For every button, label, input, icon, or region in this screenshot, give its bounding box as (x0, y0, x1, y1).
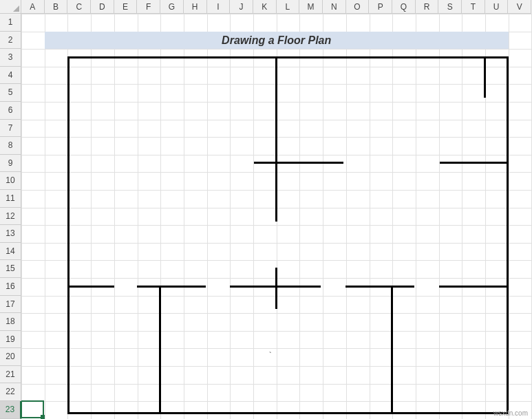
column-header-P[interactable]: P (369, 0, 392, 14)
wall (67, 412, 509, 414)
column-header-N[interactable]: N (323, 0, 346, 14)
column-header-F[interactable]: F (137, 0, 160, 14)
row-header-14[interactable]: 14 (0, 243, 21, 261)
column-header-Q[interactable]: Q (392, 0, 416, 14)
watermark-text: wsxdn.com (493, 409, 528, 417)
row-header-3[interactable]: 3 (0, 49, 21, 67)
wall (67, 286, 114, 288)
wall (439, 286, 509, 288)
column-header-J[interactable]: J (230, 0, 253, 14)
column-header-V[interactable]: V (508, 0, 531, 14)
row-header-11[interactable]: 11 (0, 190, 21, 208)
row-header-9[interactable]: 9 (0, 155, 21, 173)
column-header-E[interactable]: E (114, 0, 138, 14)
row-header-5[interactable]: 5 (0, 84, 21, 102)
column-header-G[interactable]: G (160, 0, 184, 14)
row-header-12[interactable]: 12 (0, 208, 21, 226)
column-header-M[interactable]: M (299, 0, 323, 14)
wall (275, 56, 277, 222)
row-header-19[interactable]: 19 (0, 331, 21, 349)
row-header-10[interactable]: 10 (0, 172, 21, 190)
column-header-D[interactable]: D (91, 0, 114, 14)
stray-char: ` (269, 351, 272, 359)
row-header-6[interactable]: 6 (0, 102, 21, 120)
wall (391, 286, 393, 413)
wall (507, 56, 509, 414)
column-header-A[interactable]: A (21, 0, 45, 14)
watermark: wsxdn.com (493, 409, 528, 417)
column-header-B[interactable]: B (45, 0, 68, 14)
row-header-2[interactable]: 2 (0, 32, 21, 50)
column-header-S[interactable]: S (438, 0, 462, 14)
row-header-20[interactable]: 20 (0, 348, 21, 366)
wall (484, 56, 486, 98)
column-header-R[interactable]: R (416, 0, 439, 14)
wall (345, 286, 414, 288)
row-header-8[interactable]: 8 (0, 137, 21, 155)
column-header-C[interactable]: C (67, 0, 91, 14)
title-text: Drawing a Floor Plan (222, 34, 331, 46)
column-header-L[interactable]: L (277, 0, 300, 14)
stray-cell-text: ` (269, 351, 272, 359)
row-header-17[interactable]: 17 (0, 296, 21, 314)
row-header-1[interactable]: 1 (0, 14, 21, 32)
wall (159, 286, 161, 413)
column-header-I[interactable]: I (207, 0, 231, 14)
wall (275, 268, 277, 309)
column-header-K[interactable]: K (253, 0, 277, 14)
row-header-7[interactable]: 7 (0, 120, 21, 138)
wall (254, 162, 343, 164)
page-title: Drawing a Floor Plan (45, 32, 509, 50)
row-headers: 1234567891011121314151617181920212223 (0, 14, 21, 419)
wall (67, 56, 70, 414)
wall (440, 162, 509, 164)
row-header-15[interactable]: 15 (0, 260, 21, 278)
column-headers: ABCDEFGHIJKLMNOPQRSTUV (21, 0, 532, 14)
row-header-13[interactable]: 13 (0, 225, 21, 243)
row-header-4[interactable]: 4 (0, 67, 21, 85)
column-header-T[interactable]: T (462, 0, 485, 14)
worksheet-grid[interactable]: Drawing a Floor Plan ` (21, 14, 532, 419)
column-header-U[interactable]: U (485, 0, 509, 14)
row-header-16[interactable]: 16 (0, 278, 21, 296)
column-header-H[interactable]: H (184, 0, 207, 14)
column-header-O[interactable]: O (346, 0, 370, 14)
wall (67, 56, 509, 58)
select-all-cells[interactable] (0, 0, 21, 14)
row-header-18[interactable]: 18 (0, 313, 21, 331)
row-header-22[interactable]: 22 (0, 383, 21, 401)
row-header-23[interactable]: 23 (0, 401, 21, 419)
row-header-21[interactable]: 21 (0, 366, 21, 384)
wall (137, 286, 206, 288)
